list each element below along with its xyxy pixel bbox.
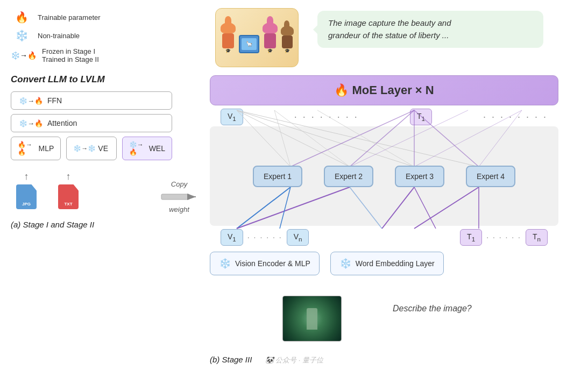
token-v1-top: V1 [221, 109, 243, 125]
weight-label: weight [169, 205, 189, 213]
vision-encoder-label: Vision Encoder & MLP [235, 259, 310, 268]
stage-right-text: (b) Stage III [210, 355, 252, 364]
arrow-up-right: ↑ [66, 171, 71, 182]
expert-4-label: Expert 4 [477, 172, 505, 181]
moe-layer-bar: 🔥 MoE Layer × N [210, 75, 558, 105]
jpg-icon: JPG [16, 184, 37, 209]
watermark: 🐼 公众号 · 量子位 [265, 356, 323, 364]
dots-top-right: · · · · · · · · [483, 111, 548, 123]
describe-text: Describe the image? [393, 304, 472, 313]
moe-layer-text: 🔥 MoE Layer × N [334, 83, 434, 97]
mascot-graphic: 🎓 🦙 🎓 [215, 8, 299, 67]
txt-file-wrap: ↑ TXT [58, 171, 79, 209]
describe-label: Describe the image? [393, 304, 472, 313]
arrow-up-left: ↑ [24, 171, 29, 182]
txt-icon: TXT [58, 184, 79, 209]
legend-trainable: 🔥 Trainable parameter [11, 11, 172, 24]
speech-bubble: The image capture the beauty andgrandeur… [317, 11, 543, 48]
bottom-modules-row: 🔥→🔥 MLP ❄️→❄️ VE ❄️→🔥 WEL [11, 137, 172, 160]
speech-text: The image capture the beauty andgrandeur… [328, 18, 451, 40]
legend-frozen: ❄️→🔥 Frozen in Stage ITrained in Stage I… [11, 47, 172, 63]
token-tn-bottom: Tn [526, 229, 548, 246]
trainable-label: Trainable parameter [38, 13, 101, 22]
stage-label-right: (b) Stage III 🐼 公众号 · 量子位 [210, 355, 323, 365]
expert-1: Expert 1 [253, 166, 302, 187]
encoder-row: ❄️ Vision Encoder & MLP ❄️ Word Embeddin… [210, 252, 558, 275]
copy-label: Copy [171, 180, 187, 188]
attention-icon: ❄️→🔥 [19, 119, 43, 127]
copy-weight-arrow: Copy weight [160, 180, 198, 213]
mascot-area: 🎓 🦙 🎓 [215, 8, 299, 70]
ffn-module: ❄️→🔥 FFN [11, 91, 172, 110]
right-arrow-svg [160, 189, 198, 204]
non-trainable-label: Non-trainable [38, 32, 80, 40]
ve-module: ❄️→❄️ VE [66, 137, 116, 160]
wel-label: WEL [149, 144, 165, 153]
dots-bottom-mid: · · · · · · [486, 233, 521, 241]
word-embedding-box: ❄️ Word Embedding Layer [330, 252, 444, 275]
jpg-file-wrap: ↑ JPG [16, 171, 37, 209]
frozen-to-fire-icon: ❄️→🔥 [11, 51, 37, 60]
mlp-label: MLP [39, 144, 54, 153]
snowflake-icon: ❄️ [11, 29, 32, 42]
experts-row: Expert 1 Expert 2 Expert 3 Expert 4 [210, 166, 558, 187]
mlp-module: 🔥→🔥 MLP [11, 137, 61, 160]
file-icons-row: ↑ JPG ↑ TXT [16, 171, 172, 209]
convert-title: Convert LLM to LVLM [11, 74, 172, 85]
expert-2: Expert 2 [324, 166, 373, 187]
fire-icon: 🔥 [11, 11, 32, 24]
vision-encoder-icon: ❄️ [219, 258, 231, 269]
ffn-icon: ❄️→🔥 [19, 97, 43, 105]
ve-icon: ❄️→❄️ [73, 145, 96, 152]
vision-encoder-box: ❄️ Vision Encoder & MLP [210, 252, 320, 275]
wel-icon: ❄️→🔥 [129, 141, 147, 156]
expert-4: Expert 4 [466, 166, 515, 187]
frozen-label: Frozen in Stage ITrained in Stage II [42, 47, 99, 63]
token-vn-bottom: Vn [287, 229, 309, 246]
stage-label-left: (a) Stage I and Stage II [11, 220, 172, 229]
attention-module: ❄️→🔥 Attention [11, 114, 172, 132]
mlp-icon: 🔥→🔥 [18, 141, 37, 156]
legend-non-trainable: ❄️ Non-trainable [11, 29, 172, 42]
tokens-top-row: V1 · · · · · · · · T1 · · · · · · · · [210, 109, 558, 125]
expert-1-label: Expert 1 [264, 172, 292, 181]
dots-bottom-left: · · · · · · [247, 233, 282, 241]
token-t1-top: T1 [410, 109, 432, 125]
ve-label: VE [98, 144, 108, 153]
token-t1-bottom: T1 [460, 229, 482, 246]
word-embedding-label: Word Embedding Layer [356, 259, 435, 268]
expert-3-label: Expert 3 [406, 172, 434, 181]
svg-rect-1 [161, 194, 189, 199]
ffn-label: FFN [47, 96, 62, 105]
token-v1-bottom: V1 [221, 229, 243, 246]
attention-label: Attention [47, 119, 77, 127]
image-thumbnail [282, 296, 342, 341]
expert-3: Expert 3 [395, 166, 444, 187]
wel-module: ❄️→🔥 WEL [122, 137, 172, 160]
word-embedding-icon: ❄️ [339, 258, 351, 269]
tokens-bottom-row: V1 · · · · · · Vn T1 · · · · · · Tn [210, 229, 558, 246]
dots-top-left: · · · · · · · · [294, 111, 359, 123]
expert-2-label: Expert 2 [335, 172, 363, 181]
